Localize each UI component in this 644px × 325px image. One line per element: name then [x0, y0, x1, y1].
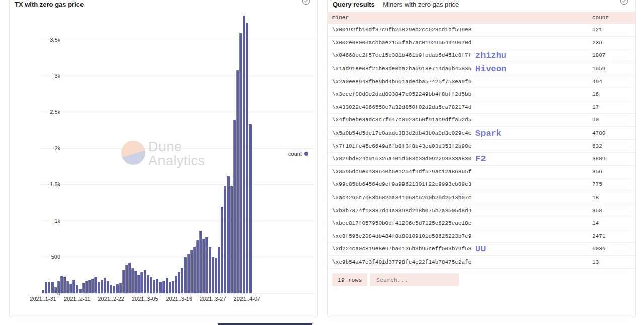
- chart-bar: [156, 279, 158, 293]
- chart-bar: [218, 247, 220, 293]
- table-row: \x8595dd9e0438640b5e1254f9df579ac12a8686…: [328, 166, 635, 179]
- x-axis-tick-label: 2021..3-27: [200, 296, 226, 302]
- chart-bar: [66, 281, 69, 293]
- miner-address: \xbcc817f057950b0df41206c5d7125e6225cae1…: [332, 220, 471, 226]
- chart-bar: [227, 176, 229, 293]
- chart-bar: [101, 280, 103, 293]
- gridline: [41, 112, 315, 112]
- legend-dot-icon: [304, 152, 308, 156]
- miner-address-cell: \x3ecef08d0e2dad803847e052249bb4f8bff2d5…: [328, 91, 592, 97]
- chart-bar: [178, 272, 180, 293]
- table-row: \xac4295c7083b6820a341068c6260b20d2613b0…: [328, 191, 635, 205]
- chart-bar: [239, 33, 242, 293]
- table-body: \x00192fb10df37c9fb26829eb2cc623cd1bf599…: [328, 24, 635, 269]
- chart-bar: [110, 285, 112, 293]
- miner-address-cell: \xbcc817f057950b0df41206c5d7125e6225cae1…: [328, 220, 592, 226]
- chart-bar: [175, 276, 177, 293]
- chart-bar: [144, 270, 146, 293]
- y-axis-tick-label: 1k: [54, 218, 60, 224]
- y-axis-tick-label: 1.5k: [50, 181, 60, 187]
- table-row: \x1ad91ee08f21be3de0ba2ba6918e714da6b458…: [328, 62, 635, 76]
- column-header-count: count: [592, 15, 635, 21]
- count-cell: 236: [592, 40, 635, 46]
- miner-address: \x433022c4066558e7a32d850f02d2da5ca78217…: [332, 104, 471, 110]
- chart-bar: [166, 278, 168, 293]
- chart-bar: [69, 284, 72, 293]
- table-header-row: miner count: [328, 12, 635, 24]
- chart-bar: [230, 186, 233, 293]
- chart-bar: [162, 281, 165, 293]
- count-cell: 3889: [592, 156, 635, 162]
- count-cell: 356: [592, 169, 635, 175]
- chart-bar: [79, 289, 82, 293]
- chart-bar: [150, 277, 152, 293]
- legend-label: count: [288, 151, 302, 157]
- chart-bar: [212, 257, 214, 293]
- miner-name-tag: F2: [475, 154, 486, 164]
- chart-bar: [125, 265, 128, 293]
- chart-panel: TX with zero gas price 05001k1.5k2k2.5k3…: [9, 0, 318, 317]
- miner-name-tag: Hiveon: [475, 64, 506, 74]
- row-count-badge: 19 rows: [332, 273, 367, 286]
- chart-bar: [184, 257, 186, 293]
- count-cell: 632: [592, 143, 635, 149]
- query-success-check-icon: [620, 0, 628, 5]
- chart-bar: [116, 284, 118, 293]
- count-cell: 775: [592, 181, 635, 187]
- count-cell: 13: [592, 259, 635, 265]
- count-cell: 358: [592, 208, 635, 214]
- count-cell: 1659: [592, 66, 635, 72]
- plot-area: 05001k1.5k2k2.5k3k3.5k2021..1-312021..2-…: [41, 11, 315, 293]
- chart-bar: [236, 70, 239, 293]
- y-axis-tick-label: 2.5k: [50, 109, 60, 115]
- chart-bar: [76, 285, 78, 293]
- count-cell: 494: [592, 79, 635, 85]
- chart-bar: [119, 283, 122, 293]
- chart-bar: [63, 277, 66, 293]
- miner-address-cell: \x5a0b54d5dc17e0aadc383d2db43b0a0d3e029c…: [328, 130, 592, 136]
- search-input[interactable]: [370, 273, 459, 286]
- chart-bar: [128, 263, 131, 293]
- count-cell: 90: [592, 117, 635, 123]
- chart-title: TX with zero gas price: [15, 1, 84, 8]
- chart-legend: count: [288, 151, 308, 157]
- chart-bar: [113, 286, 115, 293]
- y-axis-tick-label: 2k: [54, 145, 60, 151]
- miner-address-cell: \xd224ca0c819e8e97ba0136b3b95ceff503b79f…: [328, 246, 592, 252]
- miner-address: \x2a0eee948fbe9bd4b661adedba57425f753ea0…: [332, 79, 471, 85]
- chart-bar: [91, 279, 94, 293]
- query-success-check-icon: [302, 0, 310, 5]
- table-row: \x002e08000acbbae2155fab7ac0192956494907…: [328, 37, 635, 50]
- chart-bar: [187, 254, 190, 293]
- miner-address-cell: \xe9b54a47e3f401d37798fc4e22f14b78475c2a…: [328, 259, 592, 265]
- table-row: \x2a0eee948fbe9bd4b661adedba57425f753ea0…: [328, 75, 635, 88]
- miner-address-cell: \xac4295c7083b6820a341068c6260b20d2613b0…: [328, 194, 592, 201]
- miner-address-cell: \x1ad91ee08f21be3de0ba2ba6918e714da6b458…: [328, 66, 592, 72]
- table-row: \xc8f595e2084db484f8a80109101d58625223b7…: [328, 230, 635, 243]
- chart-bar: [45, 282, 47, 293]
- miner-address-cell: \xc8f595e2084db484f8a80109101d58625223b7…: [328, 233, 592, 239]
- y-axis-tick-label: 3k: [54, 73, 60, 79]
- miner-address-cell: \x829bd824b016326a401d083b33d092293333a8…: [328, 156, 592, 162]
- x-axis-tick-label: 2021..2-11: [64, 296, 90, 302]
- chart-bar: [60, 276, 63, 293]
- chart-bar: [137, 275, 140, 293]
- count-cell: 14: [592, 220, 635, 226]
- count-cell: 17: [592, 104, 635, 110]
- x-axis-tick-label: 2021..1-31: [30, 296, 56, 302]
- table-row: \xb3b7874f13387d44a3398d298b075b7a3505d8…: [328, 204, 635, 217]
- query-results-panel: Query results Miners with zero gas price…: [327, 0, 636, 317]
- miner-address: \x002e08000acbbae2155fab7ac0192956494907…: [332, 40, 471, 46]
- miner-address: \x4f9bebe3adc3c7f647c0023c60f91ac9dffa52…: [332, 117, 471, 123]
- chart-bar: [140, 272, 143, 293]
- chart-bar: [57, 281, 60, 293]
- miner-address-cell: \x4f9bebe3adc3c7f647c0023c60f91ac9dffa52…: [328, 117, 592, 123]
- chart-bar: [190, 250, 193, 293]
- gridline: [41, 76, 315, 76]
- count-cell: 6036: [592, 246, 635, 252]
- miner-address: \x00192fb10df37c9fb26829eb2cc623cd1bf599…: [332, 27, 471, 33]
- miner-address: \x04668ec2f57cc15c381b461b9fedab5d451c8f…: [332, 52, 471, 58]
- miner-address: \x99c85bb64564d9ef9a99621301f22c9993cb89…: [332, 181, 471, 187]
- chart-bar: [205, 237, 208, 293]
- count-cell: 1807: [592, 52, 635, 58]
